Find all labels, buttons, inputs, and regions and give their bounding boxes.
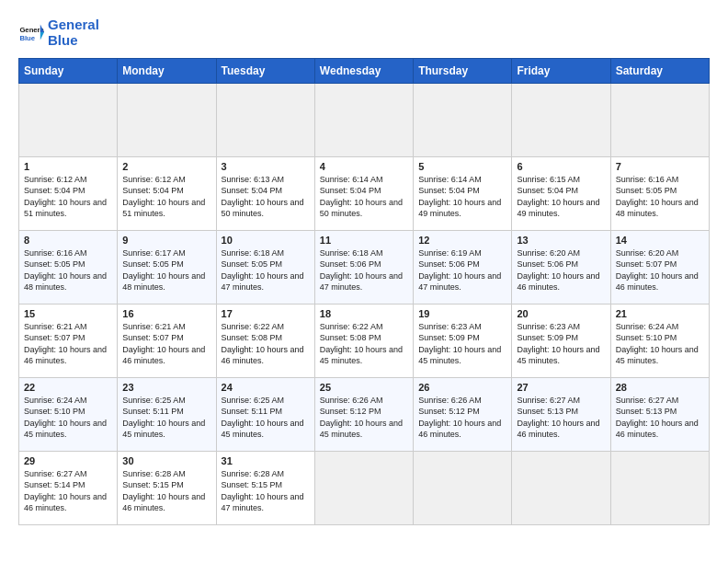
day-cell: 14Sunrise: 6:20 AMSunset: 5:07 PMDayligh… bbox=[610, 230, 709, 304]
day-info: Sunrise: 6:28 AMSunset: 5:15 PMDaylight:… bbox=[122, 469, 205, 513]
day-info: Sunrise: 6:20 AMSunset: 5:06 PMDaylight:… bbox=[517, 248, 599, 293]
day-cell: 18Sunrise: 6:22 AMSunset: 5:08 PMDayligh… bbox=[314, 304, 413, 377]
day-number: 23 bbox=[122, 382, 210, 393]
day-info: Sunrise: 6:14 AMSunset: 5:04 PMDaylight:… bbox=[320, 175, 403, 219]
calendar-table: SundayMondayTuesdayWednesdayThursdayFrid… bbox=[18, 58, 710, 525]
day-cell: 31Sunrise: 6:28 AMSunset: 5:15 PMDayligh… bbox=[216, 451, 314, 524]
day-cell: 30Sunrise: 6:28 AMSunset: 5:15 PMDayligh… bbox=[118, 451, 216, 524]
day-number: 3 bbox=[222, 161, 310, 172]
day-cell: 6Sunrise: 6:15 AMSunset: 5:04 PMDaylight… bbox=[512, 156, 610, 230]
day-info: Sunrise: 6:19 AMSunset: 5:06 PMDaylight:… bbox=[418, 248, 501, 293]
day-cell: 27Sunrise: 6:27 AMSunset: 5:13 PMDayligh… bbox=[512, 377, 610, 451]
day-info: Sunrise: 6:23 AMSunset: 5:09 PMDaylight:… bbox=[517, 322, 599, 366]
day-number: 31 bbox=[222, 455, 310, 466]
day-number: 5 bbox=[418, 161, 506, 172]
header-row: SundayMondayTuesdayWednesdayThursdayFrid… bbox=[19, 58, 710, 83]
logo-text: GeneralBlue bbox=[48, 17, 99, 49]
day-info: Sunrise: 6:17 AMSunset: 5:05 PMDaylight:… bbox=[122, 248, 205, 293]
day-cell bbox=[610, 451, 709, 524]
day-number: 14 bbox=[616, 235, 704, 246]
day-number: 19 bbox=[418, 308, 506, 319]
week-row-4: 15Sunrise: 6:21 AMSunset: 5:07 PMDayligh… bbox=[19, 304, 710, 377]
day-info: Sunrise: 6:27 AMSunset: 5:13 PMDaylight:… bbox=[616, 396, 699, 440]
day-cell: 23Sunrise: 6:25 AMSunset: 5:11 PMDayligh… bbox=[118, 377, 216, 451]
day-info: Sunrise: 6:24 AMSunset: 5:10 PMDaylight:… bbox=[24, 396, 107, 440]
day-info: Sunrise: 6:27 AMSunset: 5:14 PMDaylight:… bbox=[24, 469, 107, 513]
day-info: Sunrise: 6:27 AMSunset: 5:13 PMDaylight:… bbox=[517, 396, 599, 440]
day-info: Sunrise: 6:12 AMSunset: 5:04 PMDaylight:… bbox=[122, 175, 205, 219]
day-number: 12 bbox=[418, 235, 506, 246]
day-info: Sunrise: 6:16 AMSunset: 5:05 PMDaylight:… bbox=[24, 248, 107, 293]
day-info: Sunrise: 6:20 AMSunset: 5:07 PMDaylight:… bbox=[616, 248, 699, 293]
day-cell: 8Sunrise: 6:16 AMSunset: 5:05 PMDaylight… bbox=[19, 230, 118, 304]
day-number: 15 bbox=[24, 308, 112, 319]
day-info: Sunrise: 6:23 AMSunset: 5:09 PMDaylight:… bbox=[418, 322, 501, 366]
day-cell: 21Sunrise: 6:24 AMSunset: 5:10 PMDayligh… bbox=[610, 304, 709, 377]
day-info: Sunrise: 6:15 AMSunset: 5:04 PMDaylight:… bbox=[517, 175, 599, 219]
day-number: 17 bbox=[222, 308, 310, 319]
page: General Blue GeneralBlue SundayMondayTue… bbox=[0, 0, 728, 534]
week-row-3: 8Sunrise: 6:16 AMSunset: 5:05 PMDaylight… bbox=[19, 230, 710, 304]
header: General Blue GeneralBlue bbox=[18, 17, 710, 49]
day-cell: 5Sunrise: 6:14 AMSunset: 5:04 PMDaylight… bbox=[414, 156, 512, 230]
day-cell: 13Sunrise: 6:20 AMSunset: 5:06 PMDayligh… bbox=[512, 230, 610, 304]
week-row-1 bbox=[19, 83, 710, 156]
day-number: 22 bbox=[24, 382, 112, 393]
day-info: Sunrise: 6:13 AMSunset: 5:04 PMDaylight:… bbox=[222, 175, 304, 219]
day-cell: 17Sunrise: 6:22 AMSunset: 5:08 PMDayligh… bbox=[216, 304, 314, 377]
logo: General Blue GeneralBlue bbox=[18, 17, 99, 49]
week-row-5: 22Sunrise: 6:24 AMSunset: 5:10 PMDayligh… bbox=[19, 377, 710, 451]
day-number: 9 bbox=[122, 235, 210, 246]
day-number: 1 bbox=[24, 161, 112, 172]
day-cell: 12Sunrise: 6:19 AMSunset: 5:06 PMDayligh… bbox=[414, 230, 512, 304]
day-info: Sunrise: 6:24 AMSunset: 5:10 PMDaylight:… bbox=[616, 322, 699, 366]
week-row-6: 29Sunrise: 6:27 AMSunset: 5:14 PMDayligh… bbox=[19, 451, 710, 524]
day-info: Sunrise: 6:25 AMSunset: 5:11 PMDaylight:… bbox=[222, 396, 304, 440]
day-cell bbox=[512, 451, 610, 524]
logo-icon: General Blue bbox=[18, 19, 44, 45]
header-cell-monday: Monday bbox=[118, 58, 216, 83]
day-cell: 24Sunrise: 6:25 AMSunset: 5:11 PMDayligh… bbox=[216, 377, 314, 451]
day-cell: 4Sunrise: 6:14 AMSunset: 5:04 PMDaylight… bbox=[314, 156, 413, 230]
day-number: 10 bbox=[222, 235, 310, 246]
day-cell: 10Sunrise: 6:18 AMSunset: 5:05 PMDayligh… bbox=[216, 230, 314, 304]
day-cell: 11Sunrise: 6:18 AMSunset: 5:06 PMDayligh… bbox=[314, 230, 413, 304]
day-info: Sunrise: 6:26 AMSunset: 5:12 PMDaylight:… bbox=[320, 396, 403, 440]
day-number: 2 bbox=[122, 161, 210, 172]
header-cell-wednesday: Wednesday bbox=[314, 58, 413, 83]
day-cell: 25Sunrise: 6:26 AMSunset: 5:12 PMDayligh… bbox=[314, 377, 413, 451]
day-number: 13 bbox=[517, 235, 605, 246]
day-cell: 7Sunrise: 6:16 AMSunset: 5:05 PMDaylight… bbox=[610, 156, 709, 230]
day-cell: 3Sunrise: 6:13 AMSunset: 5:04 PMDaylight… bbox=[216, 156, 314, 230]
day-cell bbox=[314, 451, 413, 524]
header-cell-saturday: Saturday bbox=[610, 58, 709, 83]
header-cell-tuesday: Tuesday bbox=[216, 58, 314, 83]
day-cell: 20Sunrise: 6:23 AMSunset: 5:09 PMDayligh… bbox=[512, 304, 610, 377]
day-cell bbox=[512, 83, 610, 156]
day-cell: 22Sunrise: 6:24 AMSunset: 5:10 PMDayligh… bbox=[19, 377, 118, 451]
week-row-2: 1Sunrise: 6:12 AMSunset: 5:04 PMDaylight… bbox=[19, 156, 710, 230]
svg-text:Blue: Blue bbox=[19, 34, 35, 42]
day-cell bbox=[414, 83, 512, 156]
day-info: Sunrise: 6:22 AMSunset: 5:08 PMDaylight:… bbox=[222, 322, 304, 366]
day-number: 21 bbox=[616, 308, 704, 319]
day-number: 18 bbox=[320, 308, 408, 319]
day-info: Sunrise: 6:25 AMSunset: 5:11 PMDaylight:… bbox=[122, 396, 205, 440]
day-info: Sunrise: 6:18 AMSunset: 5:06 PMDaylight:… bbox=[320, 248, 403, 293]
day-number: 29 bbox=[24, 455, 112, 466]
day-number: 26 bbox=[418, 382, 506, 393]
day-cell bbox=[414, 451, 512, 524]
day-number: 27 bbox=[517, 382, 605, 393]
day-cell: 1Sunrise: 6:12 AMSunset: 5:04 PMDaylight… bbox=[19, 156, 118, 230]
day-info: Sunrise: 6:21 AMSunset: 5:07 PMDaylight:… bbox=[122, 322, 205, 366]
day-number: 28 bbox=[616, 382, 704, 393]
svg-marker-3 bbox=[40, 32, 44, 40]
day-number: 20 bbox=[517, 308, 605, 319]
header-cell-friday: Friday bbox=[512, 58, 610, 83]
day-number: 16 bbox=[122, 308, 210, 319]
day-number: 11 bbox=[320, 235, 408, 246]
day-info: Sunrise: 6:21 AMSunset: 5:07 PMDaylight:… bbox=[24, 322, 107, 366]
day-number: 6 bbox=[517, 161, 605, 172]
header-cell-thursday: Thursday bbox=[414, 58, 512, 83]
day-info: Sunrise: 6:12 AMSunset: 5:04 PMDaylight:… bbox=[24, 175, 107, 219]
